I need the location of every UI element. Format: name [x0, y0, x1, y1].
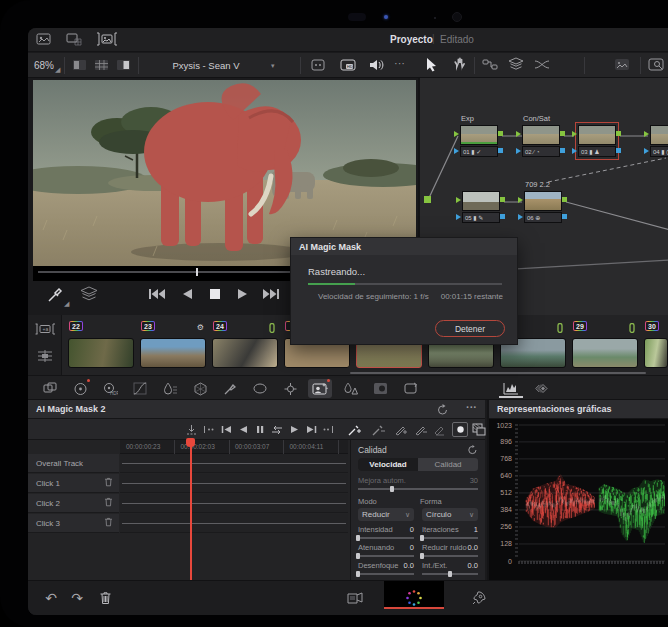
- track-forward-once-icon[interactable]: [320, 422, 336, 437]
- param-slider[interactable]: [358, 537, 414, 539]
- bypass-icon[interactable]: [310, 58, 326, 72]
- picker-eyedropper-icon[interactable]: [46, 286, 64, 304]
- sizing-icon[interactable]: [398, 379, 422, 398]
- grade-grid-icon[interactable]: [66, 32, 82, 46]
- scope-waveform-icon[interactable]: [499, 379, 523, 398]
- mask-track-reverse-icon[interactable]: [235, 422, 251, 437]
- timeline-tree-icon[interactable]: [36, 349, 54, 363]
- skip-end-button[interactable]: [258, 282, 284, 308]
- remove-stroke-eyedropper-icon[interactable]: [370, 422, 386, 437]
- stills-icon[interactable]: [36, 32, 52, 46]
- layers-icon[interactable]: [508, 57, 524, 71]
- mask-pause-icon[interactable]: [252, 422, 268, 437]
- node-05[interactable]: 05 ▮ ✎: [462, 191, 500, 223]
- slider-thumb[interactable]: [356, 553, 360, 559]
- delete-trash-button[interactable]: [94, 587, 116, 609]
- wipe-view-icon[interactable]: [116, 59, 131, 71]
- mask-skip-start-icon[interactable]: [218, 422, 234, 437]
- node-03[interactable]: 03 ▮ ♟: [578, 125, 616, 157]
- timeline-playhead[interactable]: [190, 440, 192, 580]
- undo-button[interactable]: ↶: [40, 587, 62, 609]
- curves-icon[interactable]: [128, 379, 152, 398]
- clip-name-selector[interactable]: Pxysis - Sean V: [146, 60, 266, 71]
- match-pin-icon[interactable]: [218, 379, 242, 398]
- track-label-click-3[interactable]: Click 3: [28, 514, 119, 533]
- track-label-click-1[interactable]: Click 1: [28, 474, 119, 493]
- grid-view-icon[interactable]: [94, 59, 109, 71]
- track-backward-once-icon[interactable]: [200, 422, 216, 437]
- mask-track-forward-icon[interactable]: [286, 422, 302, 437]
- node-link-icon[interactable]: [482, 58, 498, 71]
- track-in-icon[interactable]: [183, 422, 199, 437]
- track-label-overall-track[interactable]: Overall Track: [28, 454, 119, 473]
- node-01[interactable]: Exp01 ▮ ✓: [460, 125, 498, 157]
- proxy-hq-icon[interactable]: HD: [340, 58, 358, 72]
- forma-dropdown[interactable]: Círculo∨: [422, 508, 478, 521]
- mask-overlay-mode-icon[interactable]: [471, 422, 487, 437]
- deliver-page-icon[interactable]: [468, 587, 490, 609]
- mask-skip-end-icon[interactable]: [303, 422, 319, 437]
- gallery-still-icon[interactable]: [614, 58, 630, 71]
- lightbox-icon[interactable]: [648, 58, 664, 71]
- dialog-header[interactable]: AI Magic Mask: [291, 238, 517, 255]
- param-slider[interactable]: [422, 555, 478, 557]
- tab-velocidad[interactable]: Velocidad: [358, 458, 418, 471]
- stop-button[interactable]: [202, 282, 228, 308]
- split-view-icon[interactable]: [72, 59, 87, 71]
- clips-filter-icon[interactable]: +a: [35, 323, 55, 335]
- slider-thumb[interactable]: [420, 553, 424, 559]
- power-window-icon[interactable]: [248, 379, 272, 398]
- viewer-scrubber-playhead[interactable]: [196, 268, 198, 276]
- wipe-layers-icon[interactable]: [80, 286, 98, 302]
- track-delete-icon[interactable]: [104, 497, 113, 509]
- node-04[interactable]: 04 ▮ ◯: [650, 125, 668, 157]
- add-pen-icon[interactable]: [392, 422, 408, 437]
- skip-start-button[interactable]: [144, 282, 170, 308]
- reset-icon[interactable]: [436, 403, 449, 416]
- color-warper-icon[interactable]: [188, 379, 212, 398]
- hdr-wheels-icon[interactable]: HDR: [98, 379, 122, 398]
- track-lane[interactable]: [120, 514, 348, 533]
- track-lane[interactable]: [120, 454, 348, 473]
- color-wheels-icon[interactable]: [68, 379, 92, 398]
- modo-dropdown[interactable]: Reducir∨: [358, 508, 414, 521]
- track-label-click-2[interactable]: Click 2: [28, 494, 119, 513]
- tracker-icon[interactable]: [278, 379, 302, 398]
- clip-thumbnail[interactable]: 24: [212, 338, 278, 368]
- overlay-toggle-button[interactable]: [452, 422, 468, 437]
- blur-icon[interactable]: [338, 379, 362, 398]
- clip-thumbnail[interactable]: 29: [572, 338, 638, 368]
- param-slider[interactable]: [422, 573, 478, 575]
- viewer-more-icon[interactable]: ···: [394, 57, 405, 69]
- track-lane[interactable]: [120, 474, 348, 493]
- audio-speaker-icon[interactable]: [368, 58, 384, 72]
- stop-tracking-button[interactable]: Detener: [435, 320, 505, 337]
- qualifier-icon[interactable]: [158, 379, 182, 398]
- scope-layers-icon[interactable]: [530, 379, 554, 398]
- project-tab[interactable]: Proyecto: [390, 34, 433, 45]
- camera-raw-icon[interactable]: [38, 379, 62, 398]
- hand-tool-icon[interactable]: [452, 57, 466, 72]
- edit-page-icon[interactable]: [344, 587, 366, 609]
- play-button[interactable]: [230, 282, 256, 308]
- slider-thumb[interactable]: [356, 571, 360, 577]
- clip-thumbnail[interactable]: 23⚙: [140, 338, 206, 368]
- param-slider[interactable]: [358, 555, 414, 557]
- track-lane[interactable]: [120, 494, 348, 513]
- slider-thumb[interactable]: [420, 535, 424, 541]
- clip-thumbnail[interactable]: 22: [68, 338, 134, 368]
- node-02[interactable]: Con/Sat02 ∕ ◔: [522, 125, 560, 157]
- clip-thumbnail[interactable]: 30: [644, 338, 668, 368]
- remove-pen-icon[interactable]: [412, 422, 428, 437]
- mask-panel-more-icon[interactable]: ···: [466, 401, 477, 413]
- play-reverse-button[interactable]: [174, 282, 200, 308]
- mask-track-bidirectional-icon[interactable]: [269, 422, 285, 437]
- timeline-ruler[interactable]: 00:00:00:2300:00:02:0300:00:03:0700:00:0…: [120, 440, 348, 454]
- param-slider[interactable]: [358, 573, 414, 575]
- mix-icon[interactable]: [534, 59, 550, 70]
- track-delete-icon[interactable]: [104, 517, 113, 529]
- node-06[interactable]: 709 2.206 ⊕: [524, 191, 562, 223]
- zoom-level[interactable]: 68%: [34, 60, 54, 71]
- slider-thumb[interactable]: [448, 571, 452, 577]
- color-page-icon[interactable]: [403, 587, 425, 609]
